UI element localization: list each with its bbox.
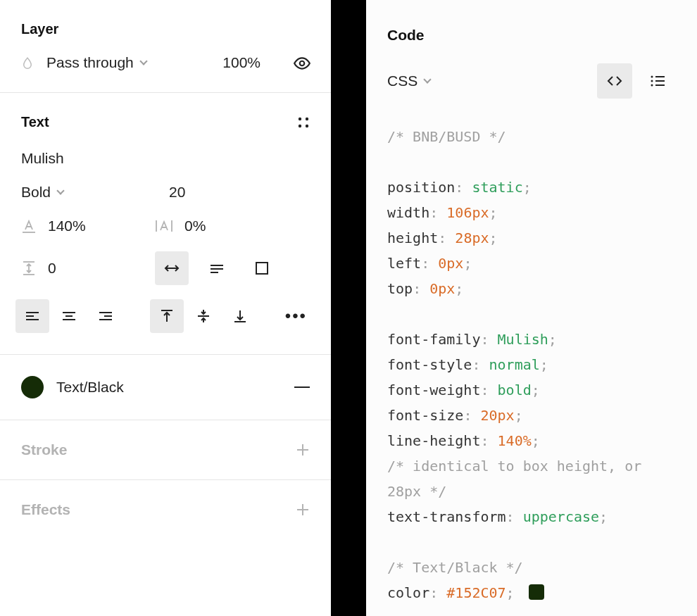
font-weight-select[interactable]: Bold [21,184,63,201]
code-prop: font-size [387,407,463,424]
layer-title-label: Layer [21,21,58,37]
layer-blend-row: Pass through 100% [0,37,331,71]
chevron-down-icon [56,187,64,194]
layer-opacity-input[interactable]: 100% [222,54,260,71]
auto-height-button[interactable] [200,251,234,285]
detach-style-button[interactable] [294,386,310,388]
minus-icon [294,386,310,388]
design-panel: Layer Pass through 100% Text Mulish [0,0,331,616]
text-title-label: Text [21,114,49,130]
paragraph-spacing-input[interactable]: 0 [21,260,155,277]
horizontal-align-group [15,299,123,333]
effects-title-label: Effects [21,501,70,518]
code-value: static [472,179,522,196]
align-top-button[interactable] [150,299,184,333]
style-token-icon[interactable] [297,116,310,129]
fill-color-section: Text/Black [0,355,331,420]
svg-point-4 [306,124,308,127]
color-style-button[interactable]: Text/Black [21,376,124,398]
code-prop: top [387,280,413,297]
text-more-options-button[interactable]: ••• [285,306,310,326]
code-controls-row: CSS [366,44,697,99]
line-height-value: 140% [48,218,86,234]
line-height-input[interactable]: 140% [21,218,155,234]
font-family-label: Mulish [21,150,64,166]
align-right-button[interactable] [89,299,123,333]
svg-point-0 [300,61,305,66]
code-value: bold [498,382,532,398]
code-prop: width [387,204,429,221]
add-stroke-button[interactable] [296,443,310,457]
text-section: Text Mulish Bold 20 140% [0,93,331,355]
code-language-label: CSS [387,73,417,89]
fixed-size-button[interactable] [245,251,279,285]
align-left-button[interactable] [15,299,49,333]
code-prop: font-weight [387,382,480,398]
layer-section-title: Layer [0,0,331,37]
paragraph-spacing-value: 0 [48,260,56,277]
visibility-toggle-button[interactable] [293,54,310,71]
font-size-input[interactable]: 20 [169,184,185,201]
code-value: Mulish [498,331,548,348]
paragraph-resize-row: 0 [0,234,331,285]
code-value: 0px [429,280,455,297]
color-preview-swatch-icon [529,584,544,600]
code-prop: height [387,230,438,246]
svg-point-1 [299,117,301,120]
table-view-button[interactable] [641,63,676,99]
text-section-header: Text [0,93,331,130]
add-effect-button[interactable] [296,503,310,517]
code-value: normal [489,356,540,373]
font-weight-label: Bold [21,184,51,201]
code-comment: /* BNB/BUSD */ [387,128,506,145]
align-center-button[interactable] [52,299,86,333]
align-bottom-button[interactable] [223,299,257,333]
code-value: 28px [455,230,489,246]
text-align-row: ••• [0,285,331,333]
blend-mode-label: Pass through [46,54,134,71]
blend-mode-drop-icon [21,55,34,70]
color-style-label: Text/Black [56,379,124,396]
letter-spacing-value: 0% [184,218,206,234]
text-resize-group [155,251,279,285]
vertical-align-group [150,299,257,333]
color-swatch-icon [21,376,44,398]
code-value: 106px [446,204,489,221]
paragraph-spacing-icon [21,260,37,276]
stroke-section: Stroke [0,420,331,480]
font-weight-size-row: Bold 20 [0,167,331,201]
code-panel: Code CSS /* BNB/BUSD */ position: static… [366,0,697,616]
code-prop: font-style [387,356,472,373]
blend-mode-select[interactable]: Pass through [46,54,210,71]
code-prop: font-family [387,331,480,348]
line-height-icon [21,218,37,234]
svg-point-2 [306,117,308,120]
code-comment: /* identical to box height, or 28px */ [387,458,650,500]
chevron-down-icon [424,75,432,83]
code-value: #152C07 [446,584,506,601]
css-code-block[interactable]: /* BNB/BUSD */ position: static; width: … [366,99,697,605]
stroke-title-label: Stroke [21,441,67,458]
code-prop: color [387,584,429,601]
code-language-select[interactable]: CSS [387,73,430,89]
code-view-button[interactable] [597,63,632,99]
auto-width-button[interactable] [155,251,189,285]
letter-spacing-input[interactable]: 0% [155,218,289,234]
chevron-down-icon [139,57,147,65]
effects-section: Effects [0,480,331,539]
code-comment: /* Text/Black */ [387,559,523,576]
svg-point-3 [299,124,301,127]
panel-divider [331,0,366,616]
font-family-select[interactable]: Mulish [0,130,331,167]
code-value: uppercase [523,508,599,525]
code-prop: left [387,255,421,272]
layer-section: Layer Pass through 100% [0,0,331,93]
code-panel-title: Code [366,0,697,44]
code-prop: text-transform [387,508,506,525]
code-value: 140% [498,432,532,449]
align-middle-button[interactable] [187,299,220,333]
svg-rect-15 [256,263,268,274]
line-height-letter-spacing-row: 140% 0% [0,201,331,234]
code-prop: position [387,179,455,196]
letter-spacing-icon [155,218,173,234]
